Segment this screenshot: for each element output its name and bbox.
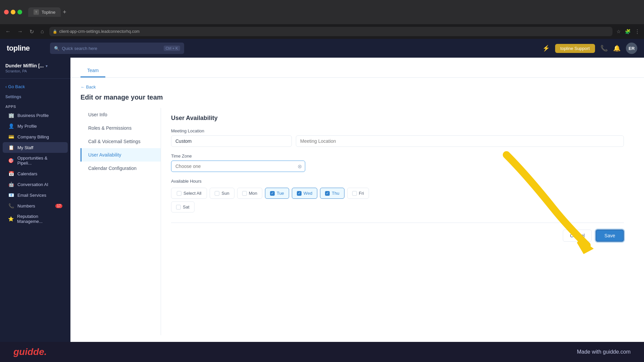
page-tabs: Team <box>80 64 634 77</box>
day-button-wed[interactable]: Wed <box>292 188 318 199</box>
wed-checkbox <box>297 191 302 196</box>
reload-button[interactable]: ↻ <box>28 27 35 36</box>
day-button-tue[interactable]: Tue <box>265 188 289 199</box>
active-tab[interactable]: T Topline <box>28 7 61 17</box>
traffic-lights <box>4 10 22 14</box>
tab-title: Topline <box>42 10 55 15</box>
section-title: User Availability <box>171 115 624 122</box>
address-text: client-app-crm-settings.leadconnectorhq.… <box>59 29 140 34</box>
bookmark-button[interactable]: ☆ <box>616 29 621 34</box>
sun-label: Sun <box>221 191 229 196</box>
sidebar-item-label: My Staff <box>17 145 33 150</box>
forward-nav-button[interactable]: → <box>16 27 24 36</box>
fri-label: Fri <box>359 191 364 196</box>
back-link[interactable]: ← Back <box>80 84 634 89</box>
nav-call-voicemail[interactable]: Call & Voicemail Settings <box>80 135 161 148</box>
sidebar-item-calendars[interactable]: 📅 Calendars <box>3 168 68 179</box>
address-bar[interactable]: 🔒 client-app-crm-settings.leadconnectorh… <box>49 27 612 36</box>
app-logo: topline <box>7 44 30 53</box>
more-options-button[interactable]: ⋮ <box>635 28 640 35</box>
day-button-fri[interactable]: Fri <box>347 188 369 199</box>
go-back-label: Go Back <box>8 84 25 89</box>
sidebar-item-business-profile[interactable]: 🏢 Business Profile <box>3 110 68 121</box>
timezone-input-wrapper: ⊗ <box>171 161 624 172</box>
timezone-clear-button[interactable]: ⊗ <box>298 163 302 170</box>
meeting-location-input[interactable] <box>171 135 292 147</box>
apps-section-label: Apps <box>0 101 70 110</box>
app: topline 🔍 Quick search here Ctrl + K ⚡ t… <box>0 39 644 362</box>
nav-right: ⚡ topline Support 📞 🔔 ER <box>542 43 637 54</box>
sidebar-item-numbers[interactable]: 📞 Numbers 17 <box>3 200 68 211</box>
star-icon: ⭐ <box>8 216 14 222</box>
sidebar: Dunder Mifflin [... Scranton, PA ▾ ‹ Go … <box>0 58 70 342</box>
go-back-link[interactable]: ‹ Go Back <box>0 81 70 92</box>
available-hours-section: Available Hours Select All Sun <box>171 179 624 213</box>
address-bar-row: ← → ↻ ⌂ 🔒 client-app-crm-settings.leadco… <box>0 24 644 39</box>
sat-row: Sat <box>171 201 624 213</box>
cancel-button[interactable]: Cancel <box>563 230 592 242</box>
nav-calendar-config[interactable]: Calendar Configuration <box>80 162 161 175</box>
target-icon: 🎯 <box>8 158 14 163</box>
sidebar-item-label: Reputation Manageme... <box>17 214 62 224</box>
sidebar-item-my-staff[interactable]: 📋 My Staff <box>3 142 68 153</box>
days-row: Select All Sun Mon <box>171 188 624 199</box>
phone-numbers-icon: 📞 <box>8 203 14 208</box>
sidebar-item-label: Email Services <box>17 193 46 198</box>
fullscreen-btn[interactable] <box>17 10 22 14</box>
minimize-btn[interactable] <box>11 10 15 14</box>
sidebar-item-opportunities[interactable]: 🎯 Opportunities & Pipeli... <box>3 153 68 168</box>
lock-icon: 🔒 <box>53 29 57 34</box>
save-button[interactable]: Save <box>596 230 624 242</box>
org-dropdown-button[interactable]: Dunder Mifflin [... Scranton, PA ▾ <box>5 63 65 73</box>
action-row: Cancel Save <box>171 223 624 242</box>
timezone-input[interactable] <box>171 161 305 172</box>
sidebar-item-conversation-ai[interactable]: 🤖 Conversation AI <box>3 179 68 190</box>
back-nav-button[interactable]: ← <box>4 27 12 36</box>
search-placeholder-text: Quick search here <box>62 46 161 51</box>
content-area: Team ← Back Edit or manage your team Use… <box>70 58 644 342</box>
day-button-sun[interactable]: Sun <box>210 188 234 199</box>
search-shortcut-badge: Ctrl + K <box>164 46 180 51</box>
email-icon: 📧 <box>8 192 14 198</box>
mon-checkbox <box>242 191 247 196</box>
bell-icon[interactable]: 🔔 <box>613 45 621 52</box>
phone-icon[interactable]: 📞 <box>600 45 608 52</box>
close-btn[interactable] <box>4 10 9 14</box>
extensions-button[interactable]: 🧩 <box>625 29 631 34</box>
thu-label: Thu <box>332 191 339 196</box>
made-with-tagline: Made with guidde.com <box>577 349 631 355</box>
avatar[interactable]: ER <box>626 43 637 54</box>
day-button-sat[interactable]: Sat <box>171 201 195 213</box>
timezone-group: Time Zone ⊗ <box>171 154 624 172</box>
wed-label: Wed <box>304 191 313 196</box>
lightning-button[interactable]: ⚡ <box>542 45 550 52</box>
new-tab-button[interactable]: + <box>63 9 66 16</box>
sidebar-item-label: Numbers <box>17 203 35 208</box>
day-button-thu[interactable]: Thu <box>320 188 344 199</box>
search-bar[interactable]: 🔍 Quick search here Ctrl + K <box>50 43 184 54</box>
sun-checkbox <box>215 191 219 196</box>
numbers-badge: 17 <box>55 204 62 208</box>
two-col-layout: User Info Roles & Permissions Call & Voi… <box>80 108 634 335</box>
sidebar-item-label: Conversation AI <box>17 182 48 187</box>
sidebar-item-company-billing[interactable]: 💳 Company Billing <box>3 131 68 142</box>
nav-user-availability[interactable]: User Availability <box>80 148 161 162</box>
home-button[interactable]: ⌂ <box>39 27 45 36</box>
select-all-button[interactable]: Select All <box>171 188 207 199</box>
meeting-location-label: Meeting Location <box>171 128 624 133</box>
browser-chrome: T Topline + <box>0 0 644 24</box>
nav-roles-permissions[interactable]: Roles & Permissions <box>80 121 161 135</box>
tab-team[interactable]: Team <box>80 64 105 77</box>
support-button[interactable]: topline Support <box>555 44 595 53</box>
sidebar-item-label: My Profile <box>17 124 37 129</box>
right-panel: User Availability Meeting Location Time … <box>161 108 634 335</box>
sidebar-item-my-profile[interactable]: 👤 My Profile <box>3 121 68 131</box>
meeting-location-secondary-input[interactable] <box>296 135 624 147</box>
sidebar-item-email-services[interactable]: 📧 Email Services <box>3 190 68 200</box>
org-selector: Dunder Mifflin [... Scranton, PA ▾ <box>0 63 70 79</box>
sidebar-item-reputation[interactable]: ⭐ Reputation Manageme... <box>3 211 68 227</box>
day-button-mon[interactable]: Mon <box>237 188 262 199</box>
card-icon: 💳 <box>8 134 14 139</box>
tue-label: Tue <box>277 191 284 196</box>
nav-user-info[interactable]: User Info <box>80 108 161 121</box>
